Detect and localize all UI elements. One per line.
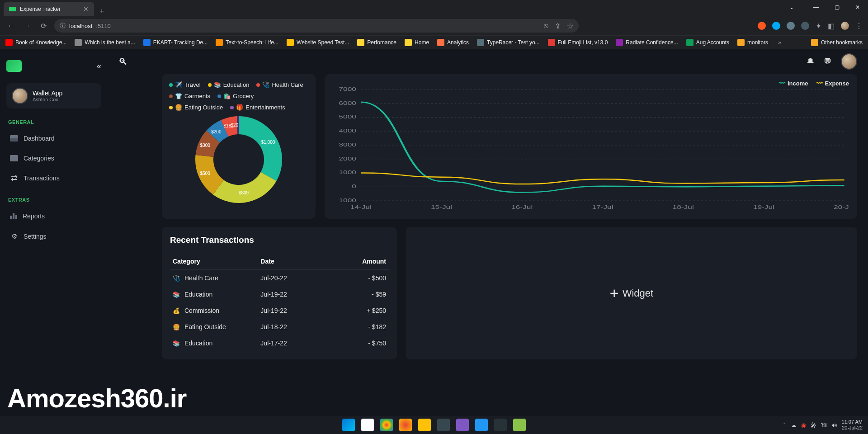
bookmark-item[interactable]: Aug Accounts: [686, 39, 729, 46]
bookmark-item[interactable]: Website Speed Test...: [287, 39, 349, 46]
bookmark-item[interactable]: monitors: [737, 39, 768, 46]
table-row[interactable]: 💰CommissionJul-19-22+ $250: [170, 302, 389, 319]
volume-icon[interactable]: 🔊︎: [831, 422, 837, 429]
search-icon[interactable]: 🔍︎: [118, 57, 127, 67]
bookmark-label: EKART- Tracking De...: [153, 39, 208, 46]
minimize-button[interactable]: —: [806, 0, 826, 14]
address-bar[interactable]: ⓘ localhost:5110 ⎋ ⇪ ☆: [54, 19, 579, 33]
bookmark-item[interactable]: Text-to-Speech: Life...: [216, 39, 278, 46]
maximize-button[interactable]: ▢: [826, 0, 847, 14]
cell-date: Jul-19-22: [260, 291, 323, 298]
translate-icon[interactable]: ⎋: [544, 22, 548, 30]
bookmark-item[interactable]: Analytics: [437, 39, 469, 46]
nav-transactions[interactable]: ⇄ Transactions: [6, 170, 101, 186]
task-app-icon[interactable]: [475, 419, 488, 431]
other-bookmarks[interactable]: Other bookmarks: [811, 39, 863, 46]
bell-icon[interactable]: 🔔︎: [807, 57, 815, 66]
tray-clock[interactable]: 11:07 AM 20-Jul-22: [842, 419, 863, 430]
task-app-icon[interactable]: [361, 419, 374, 431]
clock-icon[interactable]: [437, 419, 450, 431]
close-icon[interactable]: ✕: [83, 5, 89, 13]
bookmark-label: Book of Knowledge...: [15, 39, 66, 46]
bookmark-item[interactable]: Perfomance: [357, 39, 396, 46]
chat-icon[interactable]: 💬︎: [824, 57, 832, 66]
browser-tab[interactable]: Expense Tracker ✕: [4, 2, 94, 16]
vs-icon[interactable]: [456, 419, 469, 431]
star-icon[interactable]: ☆: [567, 22, 573, 30]
table-row[interactable]: 🩺Health CareJul-20-22- $500: [170, 270, 389, 286]
ext-icon[interactable]: [801, 22, 809, 30]
section-general: GENERAL: [6, 119, 101, 125]
close-window-button[interactable]: ✕: [847, 0, 868, 14]
tray-time: 11:07 AM: [842, 419, 863, 425]
task-app-icon[interactable]: [513, 419, 526, 431]
transactions-title: Recent Transactions: [170, 235, 389, 245]
share-icon[interactable]: ⇪: [555, 22, 561, 30]
folder-icon: [10, 155, 18, 161]
cloud-icon[interactable]: ☁: [791, 422, 797, 429]
sidepanel-icon[interactable]: ◧: [828, 22, 835, 30]
slice-label: $1,000: [261, 140, 275, 145]
bookmark-item[interactable]: EKART- Tracking De...: [143, 39, 208, 46]
ext-icon[interactable]: [787, 22, 795, 30]
line-series[interactable]: [361, 173, 844, 184]
bookmark-overflow-icon[interactable]: »: [778, 39, 781, 46]
bookmark-item[interactable]: Full Emoji List, v13.0: [548, 39, 608, 46]
table-row[interactable]: 📚EducationJul-19-22- $59: [170, 286, 389, 302]
canary-icon[interactable]: [399, 419, 412, 431]
x-tick-label: 14-Jul: [350, 205, 372, 210]
ext-icon[interactable]: [772, 22, 780, 30]
back-button[interactable]: ←: [5, 22, 16, 30]
donut-slice[interactable]: [239, 116, 282, 181]
legend-item[interactable]: 🎁 Entertainments: [230, 104, 285, 111]
add-widget-button[interactable]: + Widget: [406, 227, 857, 359]
forward-button[interactable]: →: [22, 22, 33, 30]
user-card[interactable]: Wallet App Ashton Cox: [6, 83, 101, 108]
nav-label: Dashboard: [24, 135, 55, 142]
mic-icon[interactable]: 🎤︎: [811, 422, 816, 429]
chrome-icon[interactable]: [380, 419, 393, 431]
tray-app-icon[interactable]: ◉: [801, 422, 806, 429]
nav-dashboard[interactable]: Dashboard: [6, 130, 101, 146]
new-tab-button[interactable]: +: [94, 7, 110, 16]
start-icon[interactable]: [342, 419, 355, 431]
legend-item[interactable]: 🍔 Eating Outside: [169, 104, 223, 111]
reload-button[interactable]: ⟳: [38, 22, 49, 30]
table-row[interactable]: 📚EducationJul-17-22- $750: [170, 335, 389, 351]
extension-icons: ✦ ◧ ⋮: [758, 22, 863, 30]
site-info-icon[interactable]: ⓘ: [60, 22, 66, 30]
nav-reports[interactable]: Reports: [6, 208, 101, 224]
bookmark-item[interactable]: Book of Knowledge...: [5, 39, 66, 46]
extensions-icon[interactable]: ✦: [816, 22, 821, 30]
wifi-icon[interactable]: 📶︎: [821, 422, 827, 429]
profile-icon[interactable]: [841, 22, 849, 30]
legend-dot-icon: [217, 94, 221, 98]
menu-icon[interactable]: ⋮: [855, 22, 863, 30]
nav-settings[interactable]: ⚙ Settings: [6, 228, 101, 245]
bookmark-favicon-icon: [437, 39, 444, 46]
chevron-down-icon[interactable]: ⌄: [781, 0, 802, 14]
bookmark-favicon-icon: [616, 39, 623, 46]
explorer-icon[interactable]: [418, 419, 431, 431]
bookmark-item[interactable]: Radiate Confidence...: [616, 39, 678, 46]
nav-categories[interactable]: Categories: [6, 150, 101, 166]
legend-item[interactable]: 👕 Garments: [169, 93, 210, 99]
legend-item[interactable]: 📚 Education: [208, 81, 250, 88]
bookmark-item[interactable]: Home: [405, 39, 429, 46]
table-row[interactable]: 🍔Eating OutsideJul-18-22- $182: [170, 319, 389, 335]
task-app-icon[interactable]: [494, 419, 507, 431]
y-tick-label: 6000: [339, 101, 356, 106]
tray-chevron-icon[interactable]: ˄: [783, 422, 786, 429]
legend-item[interactable]: 🛍️ Grocery: [217, 93, 254, 99]
cell-date: Jul-19-22: [260, 307, 323, 314]
bookmark-item[interactable]: Which is the best a...: [75, 39, 135, 46]
legend-item[interactable]: 🩺 Health Care: [256, 81, 303, 88]
legend-item[interactable]: ✈️ Travel: [169, 81, 201, 88]
avatar-button[interactable]: [841, 53, 857, 70]
x-tick-label: 19-Jul: [753, 205, 774, 210]
donut-slice[interactable]: [213, 172, 276, 203]
bookmark-item[interactable]: TypeRacer - Test yo...: [477, 39, 540, 46]
collapse-sidebar-button[interactable]: «: [97, 61, 101, 71]
y-tick-label: -1000: [336, 198, 356, 203]
ext-icon[interactable]: [758, 22, 766, 30]
